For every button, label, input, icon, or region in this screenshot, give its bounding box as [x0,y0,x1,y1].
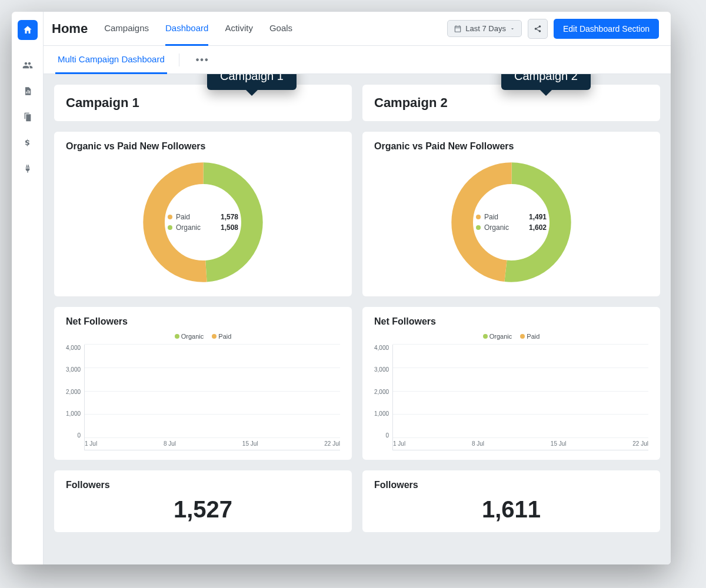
dollar-icon [24,138,32,148]
bar-yaxis-1: 4,0003,0002,0001,0000 [66,345,84,439]
plug-icon [23,164,32,173]
nav-tabs: Campaigns Dashboard Activity Goals [104,12,292,45]
bar-title-2: Net Followers [374,316,648,327]
sidebar-item-billing[interactable] [18,133,38,153]
tab-goals[interactable]: Goals [269,12,292,46]
sidebar-item-report[interactable] [18,81,38,101]
chart-file-icon [23,86,32,96]
calendar-icon [454,25,462,33]
main: Home Campaigns Dashboard Activity Goals … [44,12,671,564]
tab-activity[interactable]: Activity [225,12,253,46]
campaign-2-bar-card: Net Followers Organic Paid 4,0003,0002,0… [362,307,660,460]
page-title: Home [52,21,88,36]
campaign-1-donut-card: Organic vs Paid New Followers Paid1,578 … [54,132,352,296]
donut-title-2: Organic vs Paid New Followers [374,141,648,152]
followers-title-1: Followers [66,480,340,490]
bar-plot-2: 1 Jul8 Jul15 Jul22 Jul [392,345,648,450]
home-icon [22,25,33,35]
people-icon [22,60,33,71]
sub-nav: Multi Campaign Dashboard ••• [44,46,671,74]
bar-xaxis-1: 1 Jul8 Jul15 Jul22 Jul [85,439,340,450]
bar-title-1: Net Followers [66,316,340,327]
share-button[interactable] [528,19,548,39]
donut-legend-1: Paid1,578 Organic1,508 [138,158,268,287]
sidebar [12,12,44,564]
campaign-2-heading: Campaign 2 [374,95,648,111]
date-filter[interactable]: Last 7 Days [447,20,522,37]
campaign-2-followers-card: Followers 1,611 [362,470,660,532]
campaign-1-heading: Campaign 1 [66,95,340,111]
subtab-multi-campaign[interactable]: Multi Campaign Dashboard [55,46,167,74]
column-campaign-2: Campaign 2 Organic vs Paid New Followers… [362,85,660,554]
donut-title-1: Organic vs Paid New Followers [66,141,340,152]
sidebar-home[interactable] [18,20,38,40]
app-shell: Home Campaigns Dashboard Activity Goals … [12,12,671,564]
sidebar-item-copy[interactable] [18,107,38,127]
campaign-1-followers-card: Followers 1,527 [54,470,352,532]
campaign-2-header: Campaign 2 [362,85,660,121]
copy-icon [23,112,32,122]
campaign-2-donut-card: Organic vs Paid New Followers Paid1,491 … [362,132,660,296]
chevron-down-icon [509,26,515,32]
campaign-1-bar-card: Net Followers Organic Paid 4,0003,0002,0… [54,307,352,460]
bar-yaxis-2: 4,0003,0002,0001,0000 [374,345,392,439]
share-icon [534,25,542,33]
campaign-1-header: Campaign 1 [54,85,352,121]
sidebar-item-people[interactable] [18,55,38,75]
annotation-campaign-1: Campaign 1 [207,74,297,90]
donut-chart-1: Paid1,578 Organic1,508 [138,158,268,287]
dashboard-content: Campaign 1 Campaign 2 Campaign 1 Organic… [44,74,671,564]
followers-value-1: 1,527 [66,496,340,523]
column-campaign-1: Campaign 1 Organic vs Paid New Followers… [54,85,352,554]
bar-xaxis-2: 1 Jul8 Jul15 Jul22 Jul [393,439,648,450]
donut-legend-2: Paid1,491 Organic1,602 [447,158,576,287]
tab-dashboard[interactable]: Dashboard [165,12,208,46]
followers-value-2: 1,611 [374,496,648,523]
top-nav: Home Campaigns Dashboard Activity Goals … [44,12,671,46]
annotation-campaign-2: Campaign 2 [501,74,591,90]
divider [179,54,179,66]
bar-plot-1: 1 Jul8 Jul15 Jul22 Jul [84,345,340,450]
bar-legend-2: Organic Paid [374,333,648,340]
sidebar-item-integrations[interactable] [18,159,38,179]
ellipsis-icon: ••• [196,55,209,65]
bar-legend-1: Organic Paid [66,333,340,340]
edit-dashboard-button[interactable]: Edit Dashboard Section [554,19,659,39]
followers-title-2: Followers [374,480,648,490]
donut-chart-2: Paid1,491 Organic1,602 [447,158,576,287]
tab-campaigns[interactable]: Campaigns [104,12,149,46]
date-filter-label: Last 7 Days [465,24,506,33]
more-menu[interactable]: ••• [191,52,214,68]
